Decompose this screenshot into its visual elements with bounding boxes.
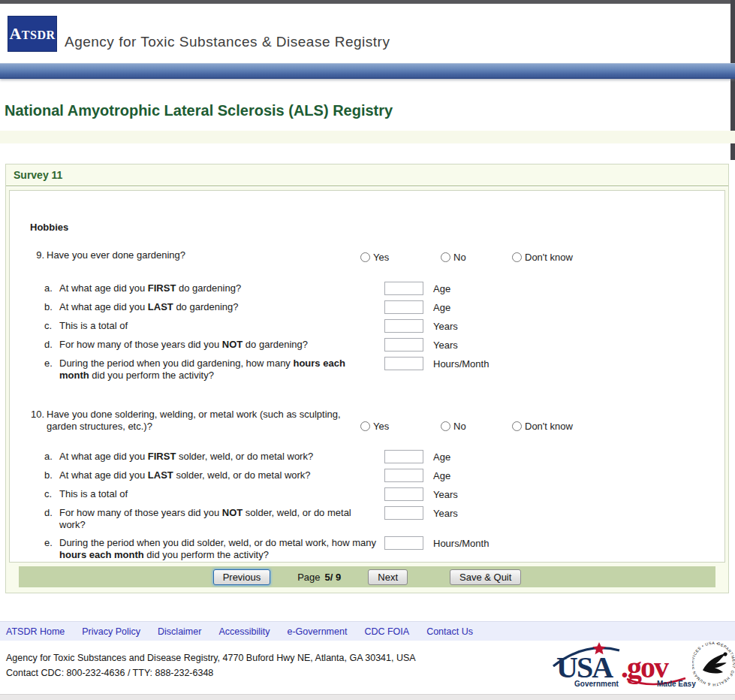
primary-nav-bar: [0, 63, 735, 79]
survey-nav-bar: Previous Page5/ 9 Next Save & Quit: [19, 566, 715, 587]
footer-link-contact-us[interactable]: Contact Us: [426, 626, 473, 637]
sub-question-row: b. At what age did you LAST solder, weld…: [10, 469, 724, 482]
question-number: 9.: [28, 249, 44, 261]
sub-question-row: c. This is a total of Years: [10, 320, 724, 333]
unit-label: Age: [433, 302, 450, 313]
radio-label: No: [453, 421, 466, 432]
answer-input[interactable]: [384, 357, 423, 370]
sub-question-letter: b.: [44, 469, 53, 481]
sub-question-row: b. At what age did you LAST do gardening…: [10, 301, 724, 314]
footer-link-accessibility[interactable]: Accessibility: [218, 626, 270, 637]
unit-label: Age: [433, 283, 450, 294]
title-band: [0, 131, 735, 143]
footer-link-cdc-foia[interactable]: CDC FOIA: [364, 626, 409, 637]
radio-label: No: [453, 252, 466, 263]
answer-input[interactable]: [384, 487, 423, 501]
footer-link-disclaimer[interactable]: Disclaimer: [158, 626, 201, 637]
sub-questions: a. At what age did you FIRST do gardenin…: [10, 282, 724, 382]
answer-input[interactable]: [384, 536, 423, 550]
page-indicator: Page5/ 9: [297, 572, 341, 583]
answer-input[interactable]: [384, 450, 423, 463]
radio-input-no[interactable]: [441, 421, 450, 431]
survey-panel-title: Survey 11: [6, 164, 728, 186]
unit-label: Years: [433, 508, 458, 519]
sub-question-letter: e.: [44, 358, 53, 369]
footer-link-privacy-policy[interactable]: Privacy Policy: [82, 626, 140, 637]
sub-question-row: a. At what age did you FIRST do gardenin…: [10, 282, 724, 295]
usagov-tagline-right: Made Easy: [657, 680, 696, 688]
sub-question-text: At what age did you FIRST do gardening?: [59, 282, 376, 294]
page: ATSDR Agency for Toxic Substances & Dise…: [0, 0, 735, 700]
agency-name: Agency for Toxic Substances & Disease Re…: [65, 34, 390, 50]
sub-question-text: At what age did you LAST solder, weld, o…: [59, 469, 376, 481]
radio-input-yes[interactable]: [360, 421, 370, 431]
sub-question-letter: e.: [44, 537, 53, 548]
unit-label: Years: [433, 489, 458, 500]
sub-question-letter: d.: [44, 507, 53, 518]
questions: 9. Have you ever done gardening? YesNoDo…: [10, 249, 724, 567]
answer-input[interactable]: [384, 469, 423, 482]
answer-input[interactable]: [384, 506, 423, 520]
sub-question-row: e. During the period when you did solder…: [10, 537, 724, 561]
radio-input-yes[interactable]: [360, 252, 370, 262]
sub-question-text: This is a total of: [59, 320, 376, 332]
radio-option-don-t-know[interactable]: Don't know: [512, 421, 573, 432]
sub-question-row: d. For how many of those years did you N…: [10, 339, 724, 352]
unit-label: Hours/Month: [433, 538, 489, 549]
sub-question-letter: a.: [44, 451, 53, 462]
sub-question-text: For how many of those years did you NOT …: [59, 507, 376, 531]
atsdr-logo: ATSDR: [8, 16, 57, 52]
radio-option-don-t-know[interactable]: Don't know: [512, 252, 573, 263]
sub-question-letter: c.: [44, 320, 52, 331]
sub-question-row: d. For how many of those years did you N…: [10, 507, 724, 531]
sub-questions: a. At what age did you FIRST solder, wel…: [10, 451, 724, 561]
radio-input-no[interactable]: [441, 252, 450, 262]
sub-question-letter: d.: [44, 339, 53, 350]
unit-label: Age: [433, 470, 450, 481]
answer-input[interactable]: [384, 282, 423, 295]
bottom-strip: [0, 694, 735, 700]
sub-question-text: For how many of those years did you NOT …: [59, 339, 376, 351]
sub-question-letter: b.: [44, 301, 53, 312]
answer-input[interactable]: [384, 338, 423, 352]
answer-input[interactable]: [384, 300, 423, 314]
question-block: 9. Have you ever done gardening? YesNoDo…: [10, 249, 724, 382]
radio-option-yes[interactable]: Yes: [360, 252, 441, 263]
previous-button[interactable]: Previous: [213, 569, 271, 585]
radio-label: Yes: [373, 252, 389, 263]
usagov-logo[interactable]: USA .gov Government Made Easy: [552, 641, 698, 689]
radio-label: Yes: [373, 421, 389, 432]
radio-option-no[interactable]: No: [441, 421, 512, 432]
sub-question-row: a. At what age did you FIRST solder, wel…: [10, 451, 724, 463]
radio-option-no[interactable]: No: [441, 252, 512, 263]
sub-question-letter: a.: [44, 282, 53, 294]
sub-question-text: This is a total of: [59, 488, 376, 500]
sub-question-row: c. This is a total of Years: [10, 488, 724, 501]
save-quit-button[interactable]: Save & Quit: [450, 569, 521, 585]
footer-link-e-government[interactable]: e-Government: [287, 626, 347, 637]
unit-label: Years: [433, 321, 458, 332]
radio-input-don-t-know[interactable]: [512, 252, 522, 262]
question-radio-group: YesNoDon't know: [360, 421, 573, 432]
unit-label: Hours/Month: [433, 358, 489, 370]
address-line: Agency for Toxic Substances and Disease …: [6, 650, 416, 665]
radio-input-don-t-know[interactable]: [512, 421, 522, 431]
hhs-seal-icon[interactable]: DEPARTMENT OF HEALTH & HUMAN SERVICES • …: [692, 639, 735, 689]
sub-question-row: e. During the period when you did garden…: [10, 358, 724, 382]
question-radio-group: YesNoDon't know: [360, 252, 573, 263]
radio-label: Don't know: [525, 421, 573, 432]
footer-link-atsdr-home[interactable]: ATSDR Home: [6, 626, 65, 637]
question-text: Have you ever done gardening?: [47, 249, 362, 261]
answer-input[interactable]: [384, 319, 423, 333]
question-number: 10.: [28, 409, 44, 420]
radio-option-yes[interactable]: Yes: [360, 421, 441, 432]
sub-question-letter: c.: [44, 488, 52, 499]
next-button[interactable]: Next: [368, 569, 408, 585]
unit-label: Age: [433, 451, 450, 463]
footer-links-bar: ATSDR HomePrivacy PolicyDisclaimerAccess…: [0, 621, 735, 641]
site-header: ATSDR Agency for Toxic Substances & Dise…: [0, 4, 730, 63]
section-heading: Hobbies: [30, 222, 68, 233]
unit-label: Years: [433, 339, 458, 351]
question-block: 10. Have you done soldering, welding, or…: [10, 409, 724, 561]
sub-question-text: At what age did you LAST do gardening?: [59, 301, 376, 313]
